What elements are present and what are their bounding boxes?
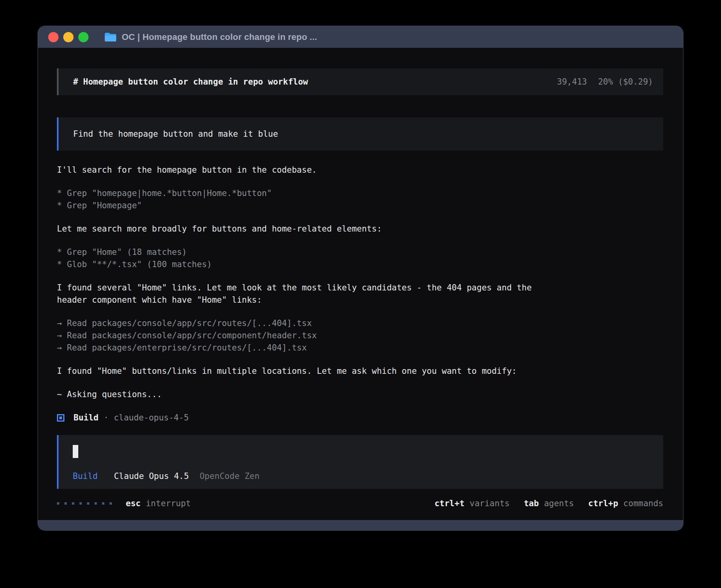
assistant-text-block: I'll search for the homepage button in t… [57, 164, 663, 176]
assistant-text-line: I found several "Home" links. Let me loo… [57, 282, 663, 294]
input-agent-label[interactable]: Build [73, 471, 98, 481]
agent-separator: · [104, 412, 109, 424]
hint-interrupt: esc interrupt [126, 499, 191, 508]
spinner-dot [64, 502, 67, 505]
agent-icon [57, 414, 64, 422]
status-right: ctrl+t variants tab agents ctrl+p comman… [434, 499, 663, 508]
assistant-text-line: Let me search more broadly for buttons a… [57, 223, 663, 235]
esc-key: esc [126, 499, 141, 508]
tool-call-group: * Grep "homepage|home.*button|Home.*butt… [57, 187, 663, 212]
window-title: OC | Homepage button color change in rep… [122, 32, 317, 42]
token-count: 39,413 [557, 77, 587, 87]
assistant-text-line: ~ Asking questions... [57, 388, 663, 401]
spinner-dot [102, 502, 104, 505]
agent-model: claude-opus-4-5 [114, 412, 189, 424]
tool-call-line: * Grep "Home" (18 matches) [57, 246, 663, 258]
spinner-dot [79, 502, 82, 505]
esc-label: interrupt [146, 499, 191, 508]
prompt-input[interactable]: Build Claude Opus 4.5 OpenCode Zen [57, 435, 663, 489]
tool-call-group: → Read packages/console/app/src/routes/[… [57, 317, 663, 354]
commands-label: commands [623, 499, 663, 508]
tool-call-line: * Glob "**/*.tsx" (100 matches) [57, 258, 663, 271]
session-header: # Homepage button color change in repo w… [57, 68, 663, 95]
assistant-text-line: I found "Home" buttons/links in multiple… [57, 365, 663, 377]
titlebar: OC | Homepage button color change in rep… [38, 26, 683, 48]
user-message-text: Find the homepage button and make it blu… [73, 129, 278, 139]
tab-key: tab [524, 499, 539, 508]
context-cost: 20% ($0.29) [598, 77, 653, 87]
spinner-dot [87, 502, 89, 505]
input-provider-label: OpenCode Zen [200, 471, 260, 481]
tool-call-line: → Read packages/console/app/src/componen… [57, 330, 663, 342]
tool-call-line: → Read packages/console/app/src/routes/[… [57, 317, 663, 330]
assistant-text-block: I found several "Home" links. Let me loo… [57, 282, 663, 306]
user-message: Find the homepage button and make it blu… [57, 117, 663, 151]
folder-icon [104, 32, 117, 42]
status-left: esc interrupt [57, 499, 191, 508]
tool-call-group: * Grep "Home" (18 matches)* Glob "**/*.t… [57, 246, 663, 271]
ctrl-p-key: ctrl+p [588, 499, 618, 508]
session-stats: 39,413 20% ($0.29) [557, 77, 653, 87]
assistant-text-block: ~ Asking questions... [57, 388, 663, 401]
tool-call-line: → Read packages/enterprise/src/routes/[.… [57, 342, 663, 354]
close-window-button[interactable] [48, 32, 59, 42]
hint-agents: tab agents [524, 499, 574, 508]
terminal-content: # Homepage button color change in repo w… [38, 48, 683, 520]
window-footer [38, 520, 683, 530]
agents-label: agents [544, 499, 574, 508]
zoom-window-button[interactable] [78, 32, 89, 42]
hint-commands: ctrl+p commands [588, 499, 663, 508]
terminal-window: OC | Homepage button color change in rep… [38, 26, 683, 530]
spinner-dot [72, 502, 74, 505]
assistant-text-block: Let me search more broadly for buttons a… [57, 223, 663, 235]
input-model-label[interactable]: Claude Opus 4.5 [114, 471, 189, 481]
assistant-text-line: header component which have "Home" links… [57, 294, 663, 306]
tool-call-line: * Grep "homepage|home.*button|Home.*butt… [57, 187, 663, 200]
spinner-dot [57, 502, 59, 505]
input-meta: Build Claude Opus 4.5 OpenCode Zen [73, 471, 260, 481]
tool-call-line: * Grep "Homepage" [57, 200, 663, 212]
assistant-text-block: I found "Home" buttons/links in multiple… [57, 365, 663, 377]
status-bar: esc interrupt ctrl+t variants tab agents… [57, 499, 663, 508]
assistant-text-line: I'll search for the homepage button in t… [57, 164, 663, 176]
transcript: I'll search for the homepage button in t… [57, 164, 663, 424]
spinner-dot [109, 502, 112, 505]
spinner-dots [57, 502, 117, 505]
minimize-window-button[interactable] [63, 32, 74, 42]
agent-status-line: Build·claude-opus-4-5 [57, 412, 663, 424]
ctrl-t-key: ctrl+t [434, 499, 464, 508]
agent-name: Build [74, 412, 98, 424]
text-cursor [73, 445, 78, 458]
spinner-dot [94, 502, 97, 505]
session-title: # Homepage button color change in repo w… [73, 77, 308, 87]
variants-label: variants [470, 499, 510, 508]
hint-variants: ctrl+t variants [434, 499, 510, 508]
